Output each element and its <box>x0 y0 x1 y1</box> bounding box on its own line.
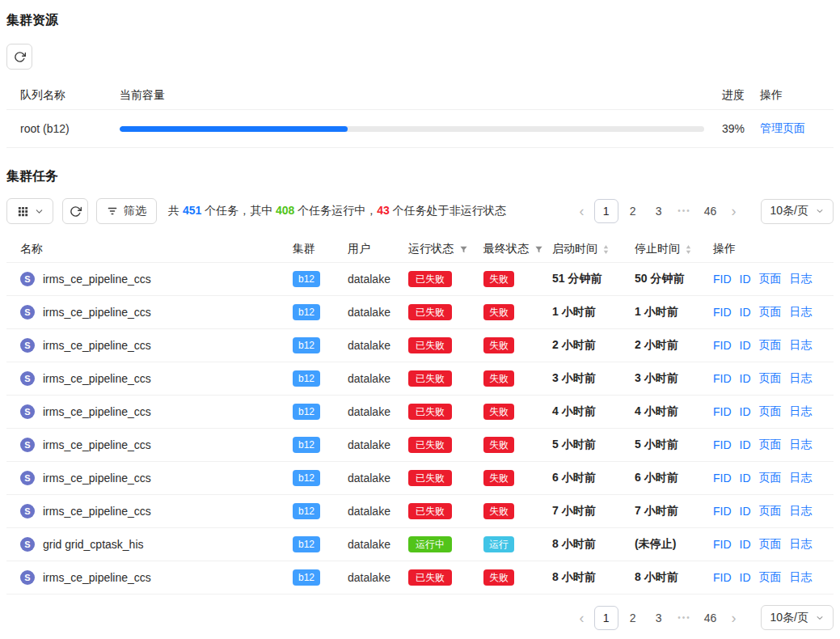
tasks-refresh-button[interactable] <box>62 198 88 224</box>
final-status-cell: 失败 <box>483 470 552 486</box>
task-name-cell: S irms_ce_pipeline_ccs <box>6 272 293 286</box>
fid-link[interactable]: FID <box>713 538 732 551</box>
pagination-page-3[interactable]: 3 <box>648 606 670 630</box>
page-link[interactable]: 页面 <box>759 272 782 286</box>
cluster-cell: b12 <box>293 370 348 387</box>
fid-link[interactable]: FID <box>713 339 732 352</box>
column-settings-dropdown-button[interactable] <box>6 198 53 224</box>
user-cell: datalake <box>348 505 408 518</box>
start-time-cell: 51 分钟前 <box>552 272 635 286</box>
log-link[interactable]: 日志 <box>790 338 813 353</box>
page-link[interactable]: 页面 <box>759 537 782 552</box>
log-link[interactable]: 日志 <box>790 371 813 386</box>
cluster-badge: b12 <box>293 370 320 387</box>
page-link[interactable]: 页面 <box>759 404 782 419</box>
pagination-next-button[interactable]: › <box>725 606 743 630</box>
pagination-page-1[interactable]: 1 <box>594 199 618 223</box>
user-cell: datalake <box>348 405 408 418</box>
run-status-column-header: 运行状态 <box>408 242 483 256</box>
user-cell: datalake <box>348 438 408 451</box>
pagination-page-1[interactable]: 1 <box>594 606 618 630</box>
task-name-cell: S irms_ce_pipeline_ccs <box>6 404 293 419</box>
id-link[interactable]: ID <box>740 273 751 286</box>
manage-page-link[interactable]: 管理页面 <box>760 121 805 134</box>
pagination-next-button[interactable]: › <box>725 199 743 223</box>
page-size-select[interactable]: 10条/页 <box>761 605 834 630</box>
fid-link[interactable]: FID <box>713 306 732 319</box>
id-link[interactable]: ID <box>740 505 751 518</box>
fid-link[interactable]: FID <box>713 571 732 584</box>
fid-link[interactable]: FID <box>713 472 732 485</box>
page-size-select[interactable]: 10条/页 <box>761 199 834 224</box>
task-name-cell: S irms_ce_pipeline_ccs <box>6 504 293 518</box>
id-link[interactable]: ID <box>740 571 751 584</box>
log-link[interactable]: 日志 <box>790 438 813 452</box>
pagination-prev-button[interactable]: ‹ <box>573 199 591 223</box>
pagination-ellipsis[interactable]: ••• <box>673 606 696 630</box>
page-link[interactable]: 页面 <box>759 570 782 585</box>
pagination-top: ‹ 1 2 3 ••• 46 › 10条/页 <box>572 199 834 224</box>
progress-percent: 39% <box>715 122 753 135</box>
filter-funnel-icon[interactable] <box>534 245 543 254</box>
fid-link[interactable]: FID <box>713 438 732 451</box>
log-link[interactable]: 日志 <box>790 305 813 320</box>
page-link[interactable]: 页面 <box>759 471 782 485</box>
actions-cell: FID ID 页面 日志 <box>707 438 834 452</box>
final-status-badge: 运行 <box>483 536 514 552</box>
page-link[interactable]: 页面 <box>759 305 782 320</box>
page-link[interactable]: 页面 <box>759 438 782 452</box>
user-cell: datalake <box>348 571 408 584</box>
fid-link[interactable]: FID <box>713 273 732 286</box>
run-status-badge: 已失败 <box>408 503 452 519</box>
start-time-cell: 3 小时前 <box>552 371 635 386</box>
stop-time-cell: 3 小时前 <box>635 371 707 386</box>
sort-icon[interactable] <box>685 244 692 255</box>
id-link[interactable]: ID <box>740 538 751 551</box>
resources-refresh-button[interactable] <box>6 44 32 70</box>
id-link[interactable]: ID <box>740 405 751 418</box>
filter-button[interactable]: 筛选 <box>96 198 157 224</box>
task-row: S irms_ce_pipeline_ccs b12 datalake 已失败 … <box>6 296 834 329</box>
log-link[interactable]: 日志 <box>790 570 813 585</box>
log-link[interactable]: 日志 <box>790 504 813 518</box>
run-status-cell: 运行中 <box>408 536 483 552</box>
id-link[interactable]: ID <box>740 306 751 319</box>
resources-table-header: 队列名称 当前容量 进度 操作 <box>6 81 834 110</box>
log-link[interactable]: 日志 <box>790 471 813 485</box>
log-link[interactable]: 日志 <box>790 537 813 552</box>
actions-cell: FID ID 页面 日志 <box>707 404 834 419</box>
id-link[interactable]: ID <box>740 339 751 352</box>
capacity-progress-bar <box>120 126 704 132</box>
log-link[interactable]: 日志 <box>790 404 813 419</box>
page-link[interactable]: 页面 <box>759 371 782 386</box>
stop-time-cell: 2 小时前 <box>635 338 707 353</box>
id-link[interactable]: ID <box>740 438 751 451</box>
user-column-header: 用户 <box>348 242 408 256</box>
pagination-page-2[interactable]: 2 <box>622 199 644 223</box>
pagination-page-last[interactable]: 46 <box>699 199 722 223</box>
actions-cell: FID ID 页面 日志 <box>707 371 834 386</box>
pagination-prev-button[interactable]: ‹ <box>573 606 591 630</box>
pagination-page-2[interactable]: 2 <box>622 606 644 630</box>
filter-funnel-icon[interactable] <box>459 245 468 254</box>
pagination-page-last[interactable]: 46 <box>699 606 722 630</box>
fid-link[interactable]: FID <box>713 505 732 518</box>
pagination-ellipsis[interactable]: ••• <box>673 199 696 223</box>
log-link[interactable]: 日志 <box>790 272 813 286</box>
sort-icon[interactable] <box>602 244 610 255</box>
pagination-page-3[interactable]: 3 <box>648 199 670 223</box>
run-status-badge: 已失败 <box>408 404 452 420</box>
page-link[interactable]: 页面 <box>759 338 782 353</box>
fid-link[interactable]: FID <box>713 372 732 385</box>
pagination-bottom: ‹ 1 2 3 ••• 46 › 10条/页 <box>572 605 834 630</box>
spark-avatar: S <box>20 272 35 286</box>
cluster-tasks-section: 集群任务 筛选 共 <box>6 167 834 630</box>
cluster-cell: b12 <box>293 337 348 353</box>
spark-avatar: S <box>20 438 35 452</box>
fid-link[interactable]: FID <box>713 405 732 418</box>
id-link[interactable]: ID <box>740 372 751 385</box>
final-status-column-header: 最终状态 <box>483 242 552 256</box>
final-status-badge: 失败 <box>483 569 514 586</box>
id-link[interactable]: ID <box>740 472 751 485</box>
page-link[interactable]: 页面 <box>759 504 782 518</box>
